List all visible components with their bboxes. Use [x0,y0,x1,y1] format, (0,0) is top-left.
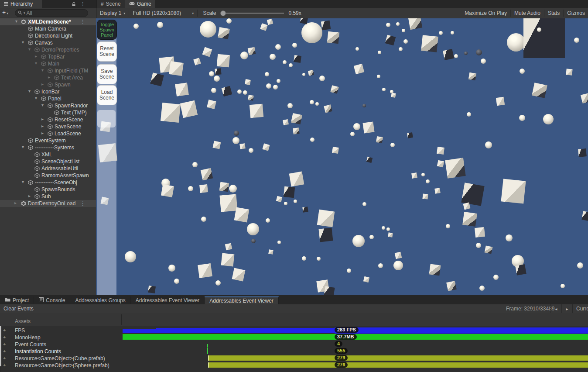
tab-game[interactable]: Game [125,0,155,8]
display-dropdown[interactable]: Display 1▾ [96,8,129,18]
tab-scene[interactable]: # Scene [97,0,125,8]
event-viewer-graph[interactable]: Assets +FPS+MonoHeap+Event Counts+Instan… [0,313,588,372]
hierarchy-item-panel[interactable]: ▾ Panel [0,95,96,102]
foldout-arrow-icon[interactable]: ▸ [28,193,31,198]
hierarchy-item-addressableutil[interactable]: AddressableUtil [0,165,96,172]
foldout-arrow-icon[interactable]: ▾ [22,40,24,45]
current-frame-button[interactable]: Current [572,304,588,313]
profiler-row-resource-gameobject-sphere-prefab-[interactable]: Resource<GameObject>(Sphere.prefab) [15,362,109,369]
foldout-arrow-icon[interactable]: ▾ [35,96,37,100]
hierarchy-item-main-camera[interactable]: Main Camera [0,25,96,32]
tab-addressables-event-viewer[interactable]: Addressables Event Viewer [205,296,279,304]
scene-menu-icon[interactable]: ⋮ [80,19,85,25]
row-expand-button[interactable]: + [3,341,6,347]
tab-console[interactable]: Console [34,296,70,304]
mute-audio-toggle[interactable]: Mute Audio [511,8,544,18]
tab-addressables-event-viewer[interactable]: Addressables Event Viewer [131,296,205,304]
dontdestroyonload-row[interactable]: ▸ DontDestroyOnLoad ⋮ [0,200,96,207]
stats-toggle[interactable]: Stats [544,8,563,18]
foldout-arrow-icon[interactable]: ▾ [28,89,31,93]
profiler-row-event-counts[interactable]: Event Counts [15,341,46,348]
hierarchy-item-main[interactable]: ▾ Main [0,60,96,67]
row-expand-button[interactable]: + [3,348,6,354]
hierarchy-item-sub[interactable]: ▸ Sub [0,193,96,200]
hierarchy-item-loadscene[interactable]: ▸ LoadScene [0,130,96,137]
maximize-on-play-toggle[interactable]: Maximize On Play [461,8,510,18]
scene-name[interactable]: XMLDemoScene* [28,19,71,25]
frame-forward-button[interactable]: ▸ [561,304,572,313]
hierarchy-item-text-tmp-[interactable]: Text (TMP) [0,109,96,116]
hierarchy-item-inputfield-tm[interactable]: ▾ InputField (TM [0,67,96,74]
hierarchy-item-xml[interactable]: XML [0,151,96,158]
foldout-arrow-icon[interactable]: ▸ [41,131,44,135]
cube-object [150,72,164,86]
gizmos-toggle[interactable]: Gizmos [564,8,588,18]
hierarchy-item--systems[interactable]: ▾ -----------Systems [0,144,96,151]
hierarchy-item-spawn[interactable]: ▸ Spawn [0,81,96,88]
hierarchy-item-ramomassetspawn[interactable]: RamomAssetSpawn [0,172,96,179]
search-filter-caret-icon[interactable]: ▾ [24,11,25,15]
foldout-arrow-icon[interactable]: ▾ [22,179,24,184]
hierarchy-item-text-area[interactable]: ▸ Text Area [0,74,96,81]
hierarchy-item-demoproperties[interactable]: ▾ DemoProperties [0,46,96,53]
reset-scene-button[interactable]: ResetScene [97,41,117,62]
playhead-line[interactable] [0,320,1,366]
load-scene-button[interactable]: LoadScene [97,85,117,105]
frame-back-button[interactable]: ◂ [550,304,561,313]
scale-slider-track[interactable] [223,13,284,14]
hierarchy-item-eventsystem[interactable]: EventSystem [0,137,96,144]
foldout-arrow-icon[interactable]: ▸ [35,54,37,59]
row-expand-button[interactable]: + [3,327,6,333]
profiler-row-monoheap[interactable]: MonoHeap [15,334,41,341]
tab-project[interactable]: Project [0,296,34,304]
hierarchy-item-iconbar[interactable]: ▾ IconBar [0,88,96,95]
faded-button[interactable] [97,110,116,127]
hierarchy-item--sceneobj[interactable]: ▾ -----------SceneObj [0,179,96,186]
sphere-object [485,141,492,148]
resolution-dropdown[interactable]: Full HD (1920x1080)▾ [129,8,197,18]
foldout-arrow-icon[interactable]: ▾ [35,61,37,65]
game-viewport[interactable]: ToggleSpawnPanelResetSceneSaveSceneLoadS… [96,18,588,295]
hierarchy-item-spawnbounds[interactable]: SpawnBounds [0,186,96,193]
tab-hierarchy[interactable]: Hierarchy [0,0,42,8]
gameobject-cube-icon [34,173,40,179]
sphere-object [396,22,400,26]
hierarchy-item-canvas[interactable]: ▾ Canvas [0,39,96,46]
scale-slider-knob[interactable] [220,10,226,16]
row-expand-button[interactable]: + [3,355,6,361]
foldout-arrow-icon[interactable]: ▸ [14,200,17,205]
hierarchy-item-sceneobjectlist[interactable]: SceneObjectList [0,158,96,165]
search-input[interactable]: ▾ All [15,9,88,17]
profiler-row-fps[interactable]: FPS [15,327,25,334]
profiler-row-resource-gameobject-cube-prefab-[interactable]: Resource<GameObject>(Cube.prefab) [15,355,105,362]
clear-events-button[interactable]: Clear Events [3,306,34,312]
dontdestroy-menu-icon[interactable]: ⋮ [80,200,85,207]
tab-addressables-groups[interactable]: Addressables Groups [70,296,130,304]
sphere-object [393,261,403,270]
hierarchy-item-resetscene[interactable]: ▸ ResetScene [0,116,96,123]
save-scene-button[interactable]: SaveScene [97,64,117,84]
scene-header-row[interactable]: ▾ XMLDemoScene* ⋮ [0,18,96,25]
create-object-button[interactable]: +▾ [2,9,8,16]
foldout-arrow-icon[interactable]: ▾ [41,103,44,107]
sphere-object [386,227,390,231]
toggle-spawn-panel-button[interactable]: ToggleSpawnPanel [97,20,117,40]
foldout-arrow-icon[interactable]: ▾ [22,145,24,149]
lock-icon[interactable] [71,1,76,8]
foldout-arrow-icon[interactable]: ▸ [41,124,44,128]
hierarchy-menu-icon[interactable]: ⋮ [80,1,85,7]
hierarchy-item-spawnrandor[interactable]: ▾ SpawnRandor [0,102,96,109]
row-expand-button[interactable]: + [3,362,6,368]
foldout-arrow-icon[interactable]: ▸ [41,82,44,86]
foldout-arrow-icon[interactable]: ▾ [28,47,31,52]
hierarchy-item-savescene[interactable]: ▸ SaveScene [0,123,96,130]
scale-slider[interactable] [219,8,285,18]
row-expand-button[interactable]: + [3,334,6,340]
foldout-arrow-icon[interactable]: ▸ [41,117,44,121]
hierarchy-item-directional-light[interactable]: Directional Light [0,32,96,39]
hierarchy-item-topbar[interactable]: ▸ TopBar [0,53,96,60]
profiler-row-instantiation-counts[interactable]: Instantiation Counts [15,348,61,355]
foldout-arrow-icon[interactable]: ▾ [15,19,17,24]
foldout-arrow-icon[interactable]: ▸ [48,75,50,79]
foldout-arrow-icon[interactable]: ▾ [41,68,44,72]
